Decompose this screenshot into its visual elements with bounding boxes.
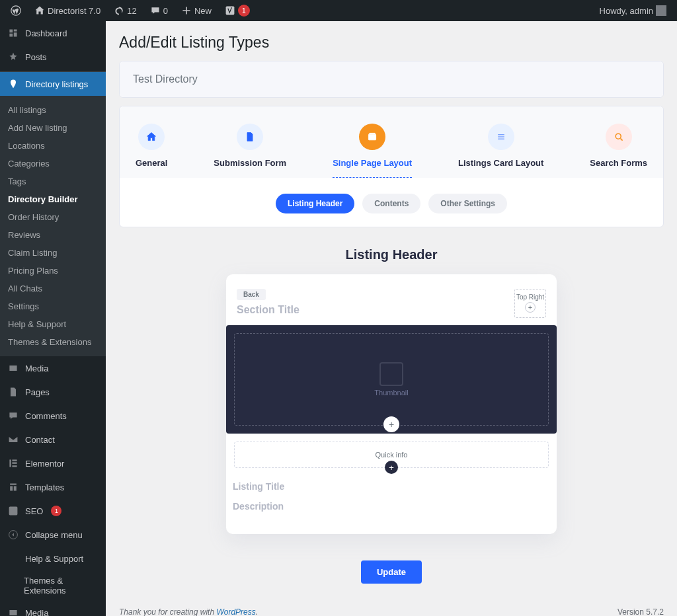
elementor-icon (7, 457, 20, 470)
thumbnail-label: Thumbnail (374, 389, 408, 397)
menu-item-seo[interactable]: SEO1 (0, 499, 106, 523)
subtab-contents[interactable]: Contents (362, 194, 420, 213)
svg-rect-4 (12, 462, 17, 463)
tab-listings-card-layout[interactable]: Listings Card Layout (458, 124, 543, 178)
location-icon (7, 77, 20, 91)
top-right-dropzone[interactable]: Top Right + (514, 289, 546, 318)
submenu-item-help-support[interactable]: Help & Support (0, 315, 106, 333)
menu-item-media[interactable]: Media (0, 356, 106, 380)
svg-rect-16 (368, 135, 376, 140)
menu-item-pages[interactable]: Pages (0, 380, 106, 404)
builder-preview-card: Back Section Title Top Right + Thumbnail… (226, 274, 557, 534)
home-icon (34, 5, 45, 16)
footer-thanks: Thank you for creating with (119, 607, 216, 616)
menu-item-templates[interactable]: Templates (0, 475, 106, 499)
submenu-item-order-history[interactable]: Order History (0, 208, 106, 226)
menu-item-posts[interactable]: Posts (0, 45, 106, 69)
submenu-item-locations[interactable]: Locations (0, 137, 106, 155)
submenu-item-all-chats[interactable]: All Chats (0, 280, 106, 297)
tab-submission-form[interactable]: Submission Form (214, 124, 286, 178)
submenu-item-reviews[interactable]: Reviews (0, 226, 106, 244)
tab-search-forms[interactable]: Search Forms (590, 124, 647, 178)
updates-link[interactable]: 12 (108, 5, 141, 16)
submenu-item-claim-listing[interactable]: Claim Listing (0, 244, 106, 262)
general-icon (138, 124, 165, 150)
submission-icon (237, 124, 263, 150)
svg-rect-3 (12, 459, 17, 461)
subtab-listing-header[interactable]: Listing Header (276, 194, 354, 213)
comments-count: 0 (163, 6, 168, 16)
add-quickinfo-button[interactable]: + (385, 461, 398, 474)
submenu-item-categories[interactable]: Categories (0, 155, 106, 173)
submenu: All listingsAdd New listingLocationsCate… (0, 96, 106, 356)
top-right-label: Top Right (516, 294, 544, 301)
thumbnail-area[interactable]: Thumbnail + (226, 325, 557, 434)
menu-item-elementor[interactable]: Elementor (0, 451, 106, 475)
tab-single-page-layout[interactable]: Single Page Layout (333, 124, 412, 178)
updates-count: 12 (127, 6, 136, 16)
site-name-link[interactable]: Directorist 7.0 (29, 5, 106, 16)
update-button[interactable]: Update (361, 560, 422, 584)
avatar (656, 5, 666, 16)
quick-info-dropzone[interactable]: Quick info + (234, 442, 549, 468)
yoast-icon (7, 504, 20, 518)
main-tabs: General Submission Form Single Page Layo… (120, 106, 663, 178)
mail-icon (7, 433, 20, 446)
subtab-other-settings[interactable]: Other Settings (428, 194, 507, 213)
single-icon (359, 124, 385, 150)
submenu-item-settings[interactable]: Settings (0, 297, 106, 315)
submenu-item-all-listings[interactable]: All listings (0, 101, 106, 119)
back-button[interactable]: Back (237, 289, 266, 300)
svg-rect-5 (12, 465, 17, 467)
menu-item-dashboard[interactable]: Dashboard (0, 21, 106, 45)
menu-item-themes-extensions[interactable]: Themes & Extensions (0, 570, 106, 601)
wordpress-link[interactable]: WordPress (216, 607, 255, 616)
submenu-item-add-new-listing[interactable]: Add New listing (0, 119, 106, 137)
footer-version: Version 5.7.2 (617, 607, 664, 616)
new-link[interactable]: New (176, 5, 217, 16)
submenu-item-directory-builder[interactable]: Directory Builder (0, 190, 106, 208)
sub-tabs: Listing HeaderContentsOther Settings (120, 178, 663, 213)
footer: Thank you for creating with WordPress. V… (119, 597, 664, 616)
page-icon (7, 385, 20, 399)
section-title-placeholder[interactable]: Section Title (237, 304, 546, 316)
menu-item-directory-listings[interactable]: Directory listings (0, 72, 106, 96)
collapse-icon (7, 528, 20, 541)
menu-item-collapse-menu[interactable]: Collapse menu (0, 523, 106, 547)
yoast-badge: 1 (238, 5, 250, 17)
comment-icon (7, 409, 20, 422)
add-thumbnail-button[interactable]: + (383, 416, 399, 432)
new-label: New (194, 6, 212, 16)
image-icon (379, 362, 403, 386)
media-icon (7, 606, 20, 616)
description-placeholder: Description (233, 501, 550, 512)
plus-icon (181, 5, 192, 16)
plus-icon: + (525, 302, 536, 313)
section-heading: Listing Header (119, 247, 664, 262)
admin-bar: Directorist 7.0 12 0 New 1 Howdy, admin (0, 0, 677, 21)
yoast-link[interactable]: 1 (219, 5, 255, 17)
menu-item-contact[interactable]: Contact (0, 428, 106, 451)
wordpress-icon (11, 5, 21, 16)
page-title: Add/Edit Listing Types (119, 28, 664, 54)
tab-general[interactable]: General (136, 124, 167, 178)
menu-item-media[interactable]: Media (0, 601, 106, 616)
comments-link[interactable]: 0 (145, 5, 173, 16)
site-name: Directorist 7.0 (48, 6, 100, 16)
submenu-item-pricing-plans[interactable]: Pricing Plans (0, 262, 106, 280)
menu-item-comments[interactable]: Comments (0, 404, 106, 428)
cards-icon (488, 124, 514, 150)
menu-badge: 1 (51, 506, 61, 516)
svg-rect-2 (9, 459, 11, 467)
directory-name-card: Test Directory (119, 61, 664, 98)
search-icon (606, 124, 632, 150)
wp-logo[interactable] (5, 5, 26, 16)
template-icon (7, 481, 20, 494)
submenu-item-tags[interactable]: Tags (0, 173, 106, 190)
yoast-icon (225, 5, 235, 16)
main-content: Add/Edit Listing Types Test Directory Ge… (106, 21, 677, 616)
submenu-item-themes-extensions[interactable]: Themes & Extensions (0, 333, 106, 351)
menu-item-help-support[interactable]: Help & Support (0, 547, 106, 570)
howdy-link[interactable]: Howdy, admin (594, 5, 672, 16)
comment-icon (150, 5, 161, 16)
